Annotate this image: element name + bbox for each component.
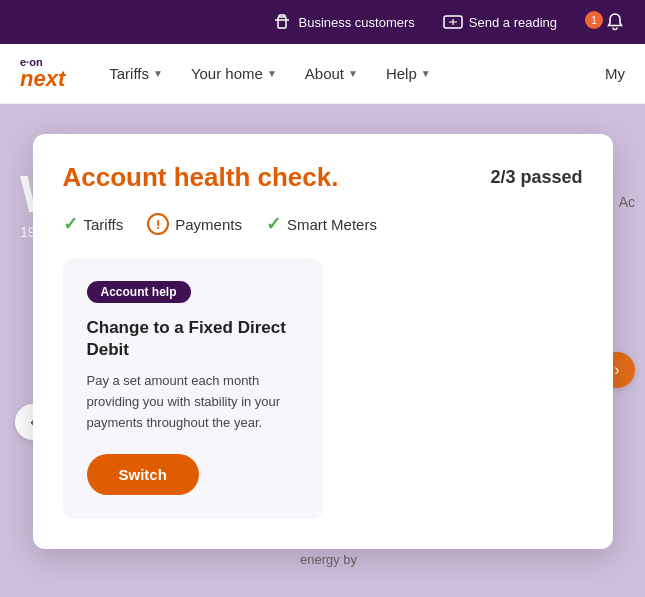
card-badge: Account help	[87, 281, 191, 303]
smart-meters-check-icon: ✓	[266, 213, 281, 235]
logo-next: next	[20, 68, 65, 90]
switch-button[interactable]: Switch	[87, 454, 199, 495]
tariffs-check-icon: ✓	[63, 213, 78, 235]
modal-header: Account health check. 2/3 passed	[63, 162, 583, 193]
logo[interactable]: e·on next	[20, 57, 65, 90]
briefcase-icon	[272, 12, 292, 32]
account-help-card: Account help Change to a Fixed Direct De…	[63, 259, 323, 519]
health-checks-row: ✓ Tariffs ! Payments ✓ Smart Meters	[63, 213, 583, 235]
payments-warning-icon: !	[147, 213, 169, 235]
notification-badge: 1	[585, 11, 603, 29]
your-home-chevron-icon: ▼	[267, 68, 277, 79]
nav-my[interactable]: My	[605, 65, 625, 82]
meter-icon	[443, 12, 463, 32]
check-payments: ! Payments	[147, 213, 242, 235]
bell-icon	[605, 12, 625, 32]
payments-check-label: Payments	[175, 216, 242, 233]
top-bar: Business customers Send a reading 1	[0, 0, 645, 44]
card-description: Pay a set amount each month providing yo…	[87, 371, 299, 433]
health-check-modal: Account health check. 2/3 passed ✓ Tarif…	[33, 134, 613, 549]
nav-help[interactable]: Help ▼	[372, 44, 445, 104]
svg-rect-0	[278, 17, 286, 28]
card-title: Change to a Fixed Direct Debit	[87, 317, 299, 361]
help-chevron-icon: ▼	[421, 68, 431, 79]
nav-bar: e·on next Tariffs ▼ Your home ▼ About ▼ …	[0, 44, 645, 104]
health-check-title: Account health check.	[63, 162, 339, 193]
nav-about[interactable]: About ▼	[291, 44, 372, 104]
nav-your-home[interactable]: Your home ▼	[177, 44, 291, 104]
health-check-passed: 2/3 passed	[490, 167, 582, 188]
business-customers-link[interactable]: Business customers	[272, 12, 414, 32]
check-tariffs: ✓ Tariffs	[63, 213, 124, 235]
nav-tariffs[interactable]: Tariffs ▼	[95, 44, 177, 104]
modal-overlay: Account health check. 2/3 passed ✓ Tarif…	[0, 104, 645, 597]
check-smart-meters: ✓ Smart Meters	[266, 213, 377, 235]
send-reading-link[interactable]: Send a reading	[443, 12, 557, 32]
tariffs-check-label: Tariffs	[84, 216, 124, 233]
about-chevron-icon: ▼	[348, 68, 358, 79]
smart-meters-check-label: Smart Meters	[287, 216, 377, 233]
tariffs-chevron-icon: ▼	[153, 68, 163, 79]
notification-area[interactable]: 1	[585, 12, 625, 32]
nav-items: Tariffs ▼ Your home ▼ About ▼ Help ▼	[95, 44, 605, 104]
